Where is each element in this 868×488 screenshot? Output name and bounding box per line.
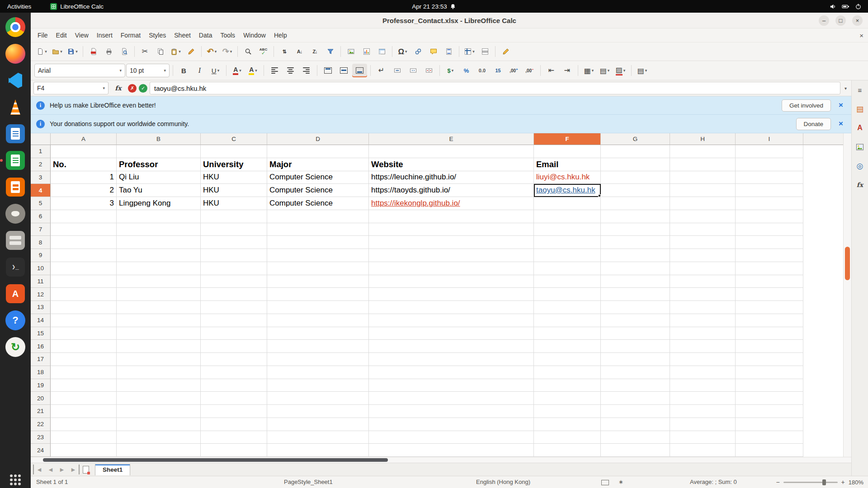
cell-G5[interactable] [601,197,670,210]
cell-I17[interactable] [736,353,803,366]
navigator-deck-icon[interactable]: ◎ [854,160,866,172]
zoom-level-label[interactable]: 180% [849,479,863,486]
cell-I21[interactable] [736,405,803,418]
align-top-button[interactable] [321,64,335,77]
font-color-dropdown-arrow[interactable]: ▾ [239,69,241,73]
font-name-dropdown-arrow[interactable]: ▾ [119,69,122,73]
cell-A21[interactable] [51,405,117,418]
cell-I2[interactable] [736,158,803,171]
align-right-button[interactable] [299,64,314,77]
sheet-tab-sheet1[interactable]: Sheet1 [95,464,130,475]
cell-D21[interactable] [267,405,369,418]
cell-B8[interactable] [117,236,201,249]
paste-button[interactable]: ▾ [168,45,183,58]
cell-E8[interactable] [369,236,534,249]
row-header-5[interactable]: 5 [31,197,51,210]
name-box[interactable]: F4 ▾ [33,82,108,94]
row-header-24[interactable]: 24 [31,444,51,457]
cell-H1[interactable] [670,145,736,158]
cell-G9[interactable] [601,249,670,262]
cell-F2[interactable]: Email [534,158,601,171]
special-character-dropdown-arrow[interactable]: ▾ [405,50,407,54]
redo-button[interactable]: ↷ ▾ [220,45,235,58]
cell-I20[interactable] [736,392,803,405]
cell-F21[interactable] [534,405,601,418]
cell-D15[interactable] [267,327,369,340]
cell-B2[interactable]: Professor [117,158,201,171]
cell-D18[interactable] [267,366,369,379]
cell-G1[interactable] [601,145,670,158]
clock-menu[interactable]: Apr 21 23:53 [412,3,456,10]
cell-E7[interactable] [369,223,534,236]
cell-A24[interactable] [51,444,117,457]
get-involved-button[interactable]: Get involved [782,99,831,112]
properties-deck-icon[interactable]: ▤ [854,103,866,115]
language-label[interactable]: English (Hong Kong) [476,479,530,485]
cell-B11[interactable] [117,275,201,288]
cell-I9[interactable] [736,249,803,262]
horizontal-scrollbar[interactable] [31,457,851,463]
zoom-out-button[interactable]: − [776,479,779,486]
sidebar-settings-icon[interactable]: ≡ [854,84,866,96]
row-header-23[interactable]: 23 [31,431,51,444]
redo-dropdown-arrow[interactable]: ▾ [230,50,232,54]
close-button[interactable]: × [852,15,863,26]
maximize-button[interactable]: □ [835,15,846,26]
cell-A16[interactable] [51,340,117,353]
insert-image-button[interactable] [344,45,359,58]
cell-E5[interactable]: https://ikekonglp.github.io/ [369,197,534,210]
cell-H8[interactable] [670,236,736,249]
dock-help-icon[interactable]: ? [5,310,26,331]
export-pdf-button[interactable] [86,45,101,58]
show-applications-button[interactable] [10,474,21,485]
cell-F8[interactable] [534,236,601,249]
cell-H3[interactable] [670,171,736,184]
cell-F11[interactable] [534,275,601,288]
cell-H18[interactable] [670,366,736,379]
dock-terminal-icon[interactable]: ❯_ [5,256,26,278]
cell-H23[interactable] [670,431,736,444]
sort-ascending-button[interactable]: A↓ [292,45,307,58]
cell-A23[interactable] [51,431,117,444]
cell-I23[interactable] [736,431,803,444]
document-modified-icon[interactable]: ∗ [618,479,623,485]
cell-G11[interactable] [601,275,670,288]
open-button[interactable]: ▾ [50,45,65,58]
cell-I3[interactable] [736,171,803,184]
cell-H11[interactable] [670,275,736,288]
vertical-scrollbar[interactable] [843,133,851,457]
cell-D12[interactable] [267,288,369,301]
cell-E12[interactable] [369,288,534,301]
cell-E1[interactable] [369,145,534,158]
cell-B18[interactable] [117,366,201,379]
menu-styles[interactable]: Styles [145,30,170,40]
cell-G12[interactable] [601,288,670,301]
dock-ubuntu-software-icon[interactable]: A [5,283,26,305]
functions-deck-icon[interactable]: fx [854,179,866,191]
cell-A13[interactable] [51,301,117,314]
row-header-4[interactable]: 4 [31,184,51,197]
column-header-A[interactable]: A [51,133,117,145]
bold-button[interactable]: B [176,64,191,77]
cell-A11[interactable] [51,275,117,288]
border-color-button[interactable]: ▨▾ [613,64,628,77]
cell-F17[interactable] [534,353,601,366]
print-preview-button[interactable] [117,45,132,58]
currency-dropdown-arrow[interactable]: ▾ [452,69,454,73]
cell-I12[interactable] [736,288,803,301]
draw-functions-button[interactable] [498,45,513,58]
cell-C18[interactable] [201,366,267,379]
cell-C14[interactable] [201,314,267,327]
row-header-14[interactable]: 14 [31,314,51,327]
format-number-button[interactable]: 0.0 [475,64,490,77]
cell-H17[interactable] [670,353,736,366]
cell-F1[interactable] [534,145,601,158]
cell-F23[interactable] [534,431,601,444]
add-sheet-button[interactable] [81,465,91,474]
cell-I11[interactable] [736,275,803,288]
row-header-12[interactable]: 12 [31,288,51,301]
cell-F3[interactable]: liuyi@cs.hku.hk [534,171,601,184]
dock-libreoffice-impress-icon[interactable] [5,176,26,198]
delete-decimal-button[interactable]: ,00− [522,64,537,77]
dock-vscode-icon[interactable] [5,70,26,91]
